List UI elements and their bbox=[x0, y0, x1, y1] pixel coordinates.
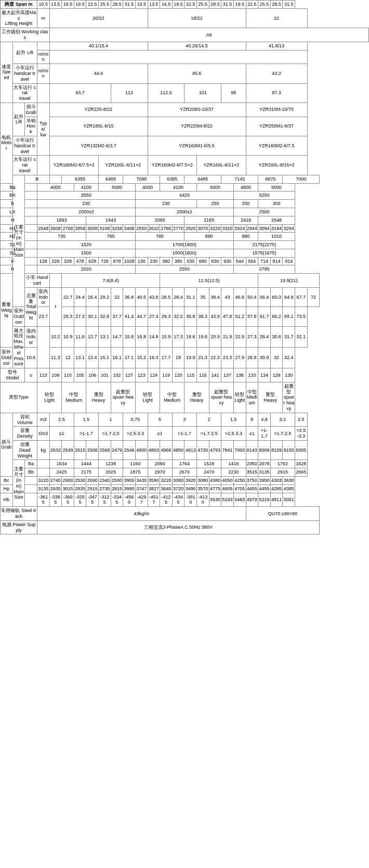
tw-v: 32 bbox=[111, 287, 123, 307]
tw-v: 43.8 bbox=[148, 287, 160, 307]
B-v1b: 6485 bbox=[99, 175, 123, 183]
F-v: 914 bbox=[283, 257, 295, 265]
type-medium2: 中型Medium bbox=[160, 382, 184, 413]
Hb-v: -4130 bbox=[197, 493, 209, 507]
handcar-unit2: m/min bbox=[37, 64, 49, 83]
Hp-v: 4455 bbox=[246, 484, 258, 493]
tw-v: 27.4 bbox=[148, 307, 160, 326]
wheel-indoor-row: 最大轮压Max.WheelPressure 室内Indoor 10.2 10.9… bbox=[1, 326, 369, 347]
span-val: 19.5 bbox=[74, 1, 86, 9]
dw-v: 7841 bbox=[221, 441, 234, 460]
Hp-v: 4605 bbox=[221, 484, 234, 493]
weight-unit: t bbox=[49, 287, 62, 326]
vol-v: 2.5 bbox=[295, 413, 308, 427]
dw-v: 7993 bbox=[233, 441, 246, 460]
span-val: 19.5 bbox=[233, 1, 246, 9]
tw-v: 22.7 bbox=[62, 287, 74, 307]
grab-v2: YZR208S-10/37 bbox=[148, 103, 246, 117]
dw-v: 4730 bbox=[197, 441, 209, 460]
vol-v: 3 bbox=[172, 413, 196, 427]
handcar-empty bbox=[49, 50, 307, 64]
wp-v: 14.8 bbox=[148, 326, 160, 347]
power-supply-value: 三相交流3-PhaseA.C.50Hz 380V bbox=[37, 520, 319, 534]
type-heavy1: 重型Heavy bbox=[86, 382, 111, 413]
dw-v: 2546 bbox=[123, 441, 136, 460]
wp-v: 11.3 bbox=[49, 347, 62, 368]
Bc-v: 2340 bbox=[99, 476, 111, 484]
speed-lift-row2: m/min bbox=[1, 50, 369, 64]
H-v2b: 2185 bbox=[184, 216, 234, 224]
Hb-label: Hb bbox=[1, 493, 13, 507]
H2-v3a: 880 bbox=[233, 233, 258, 241]
Hb-v: -3605 bbox=[62, 493, 74, 507]
H1-v: 2550 bbox=[135, 224, 148, 233]
working-class-label: 工作级别 Working class bbox=[1, 28, 50, 42]
den-v: >1.7-2.5 bbox=[99, 427, 123, 441]
handcart-label: 小车 Handcart bbox=[25, 274, 49, 288]
span-label: 跨度 Span m bbox=[1, 1, 37, 9]
dw-v: 2506 bbox=[86, 441, 99, 460]
B-label: B bbox=[25, 175, 49, 183]
Hb-v: -4560 bbox=[123, 493, 136, 507]
tw-v: 30.1 bbox=[86, 307, 99, 326]
motor-handcar-label: 小车运行handcar travel bbox=[12, 136, 37, 155]
model-v: 127 bbox=[123, 368, 136, 382]
h-v2: 2550 bbox=[135, 265, 233, 274]
Hb-v: 5243 bbox=[221, 493, 234, 507]
Bc-unit bbox=[25, 476, 37, 484]
wp-v: 15.9 bbox=[160, 326, 173, 347]
size-Ba-row: Ba 4000 4100 5000 4000 4100 5000 4800 50… bbox=[1, 183, 369, 192]
grab-label: 抓斗Grab bbox=[25, 103, 37, 117]
motor-grab-row: 电机Motor 起升Lift 抓斗Grab Type/kw YZR225-8/2… bbox=[1, 103, 369, 117]
B-v1c: 7090 bbox=[123, 175, 160, 183]
H-v1b: 1943 bbox=[86, 216, 136, 224]
F-v: 328 bbox=[62, 257, 74, 265]
dw-v: 4803 bbox=[148, 441, 160, 460]
H1-v: 3408 bbox=[123, 224, 136, 233]
tw-v: 47.8 bbox=[221, 307, 234, 326]
handcart-v1: 7.6(8.4) bbox=[62, 274, 160, 288]
Hp-v: 4385 bbox=[283, 484, 295, 493]
tw-v: 57.6 bbox=[246, 307, 258, 326]
tw-v: 29.3 bbox=[160, 307, 173, 326]
Hb-v: 4811 bbox=[270, 493, 283, 507]
H1-v: 2944 bbox=[246, 224, 258, 233]
Bc-v: 3220 bbox=[160, 476, 173, 484]
Bc-v: 2740 bbox=[49, 476, 62, 484]
F-v: 628 bbox=[86, 257, 99, 265]
Ba-ms-v: 1634 bbox=[49, 460, 74, 468]
den-v: ≤1 bbox=[246, 427, 258, 441]
Hp-v: 3490 bbox=[184, 484, 197, 493]
Hb-v: 5530 bbox=[209, 493, 221, 507]
tw-v: 28.4 bbox=[172, 287, 184, 307]
vol-v: 2.5 bbox=[49, 413, 74, 427]
model-v: 102 bbox=[111, 368, 123, 382]
H1-v: 2610 bbox=[148, 224, 160, 233]
density-unit: t/m3 bbox=[37, 427, 49, 441]
Bb-v: 2665 bbox=[295, 468, 308, 477]
H1-v: 3070 bbox=[197, 224, 209, 233]
Ba-ms-v: 1416 bbox=[221, 460, 246, 468]
motor-handcar-row: 小车运行handcar travel YZR132M2-6/3.7 YZR160… bbox=[1, 136, 369, 155]
tw-v: 35.8 bbox=[184, 307, 197, 326]
Hb-v: -3475 bbox=[86, 493, 99, 507]
wheel-pressure-label: 最大轮压Max.WheelPressure bbox=[12, 326, 25, 368]
lifting-height-row: 最大起升高度MaxLifting Height m 20/22 18/22 22 bbox=[1, 8, 369, 28]
hook-v3: YZR250M1-6/37 bbox=[246, 117, 307, 136]
B-v2b: 6485 bbox=[184, 175, 221, 183]
wp-v: 20.9 bbox=[209, 326, 221, 347]
h-unit bbox=[25, 265, 37, 274]
size-B-row: 主要尺寸(mm)Main Size B 6355 6485 7090 6385 … bbox=[1, 175, 369, 183]
unit-m: m bbox=[37, 8, 49, 28]
Bb-v: 3515 bbox=[246, 468, 258, 477]
Ba-ms-v: 1444 bbox=[74, 460, 98, 468]
tw-v: 35 bbox=[197, 287, 209, 307]
Bb-v: 2670 bbox=[172, 468, 196, 477]
model-v: 124 bbox=[148, 368, 160, 382]
span-val: 22.5 bbox=[86, 1, 99, 9]
F-v: 380 bbox=[172, 257, 184, 265]
H-v3a: 2418 bbox=[233, 216, 258, 224]
model-v: 101 bbox=[99, 368, 111, 382]
tw-v: 26.5 bbox=[160, 287, 173, 307]
den-v: >1-1.7 bbox=[74, 427, 98, 441]
